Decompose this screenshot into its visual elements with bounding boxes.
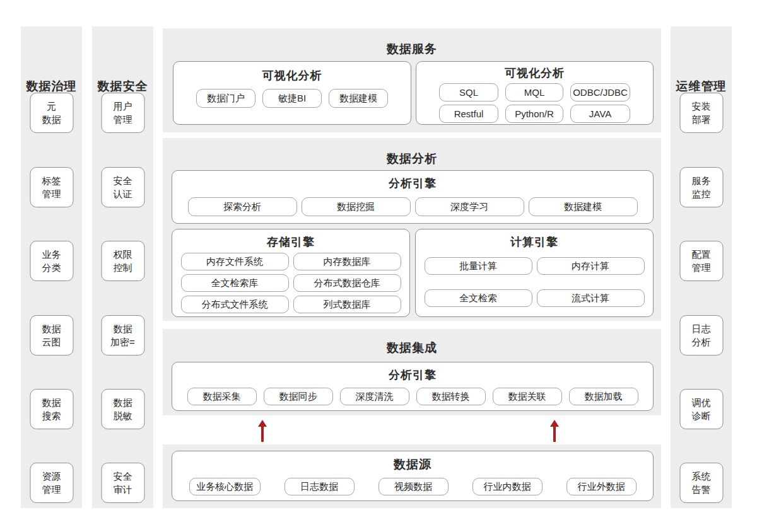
services-visual-box: 可视化分析 数据门户 敏捷BI 数据建模 [173, 61, 411, 125]
architecture-diagram: 数据治理 元 数据 标签 管理 业务 分类 数据 云图 数据 搜索 资源 管理 … [0, 0, 757, 532]
source-box-title: 数据源 [172, 451, 653, 473]
storage-chip: 分布式数据仓库 [293, 274, 401, 292]
service-chip: MQL [505, 83, 563, 101]
source-chip: 日志数据 [285, 478, 355, 495]
service-chip: Restful [439, 105, 498, 123]
compute-engine-box: 计算引擎 批量计算 内存计算 全文检索 流式计算 [415, 229, 654, 317]
integration-chip: 深度清洗 [340, 388, 409, 405]
storage-chip: 内存数据库 [293, 253, 401, 270]
governance-item: 业务 分类 [30, 241, 73, 281]
integration-section: 数据集成 分析引擎 数据采集 数据同步 深度清洗 数据转换 数据关联 数据加载 [163, 329, 661, 415]
source-chip: 行业外数据 [566, 478, 637, 495]
source-section: 数据源 业务核心数据 日志数据 视频数据 行业内数据 行业外数据 [163, 444, 661, 508]
integration-chip: 数据转换 [416, 388, 486, 405]
governance-item: 标签 管理 [30, 167, 73, 207]
integration-chip: 数据采集 [187, 388, 257, 405]
ops-item: 调优 诊断 [679, 389, 723, 429]
ops-column: 运维管理 安装 部署 服务 监控 配置 管理 日志 分析 调优 诊断 系统 告警 [671, 26, 732, 508]
services-section-title: 数据服务 [163, 28, 661, 57]
analysis-chip: 数据建模 [529, 197, 638, 216]
ops-item: 系统 告警 [679, 463, 723, 503]
governance-item: 数据 云图 [30, 315, 73, 356]
storage-chip: 分布式文件系统 [181, 296, 289, 313]
integration-engine-box: 分析引擎 数据采集 数据同步 深度清洗 数据转换 数据关联 数据加载 [172, 362, 654, 411]
integration-chip: 数据同步 [264, 388, 333, 405]
compute-chip: 内存计算 [537, 257, 645, 275]
compute-chip: 批量计算 [425, 257, 532, 275]
security-item: 安全 认证 [101, 167, 144, 207]
source-chip: 行业内数据 [472, 478, 543, 495]
storage-chip: 全文检索库 [181, 274, 289, 292]
storage-chip: 列式数据库 [293, 296, 401, 313]
governance-column: 数据治理 元 数据 标签 管理 业务 分类 数据 云图 数据 搜索 资源 管理 [21, 26, 82, 508]
storage-chip: 内存文件系统 [181, 253, 289, 270]
up-arrow-icon [550, 420, 559, 442]
integration-engine-title: 分析引擎 [172, 362, 653, 383]
governance-item: 资源 管理 [30, 463, 73, 503]
storage-engine-title: 存储引擎 [172, 229, 409, 250]
ops-item: 配置 管理 [679, 241, 723, 281]
services-section: 数据服务 可视化分析 数据门户 敏捷BI 数据建模 可视化分析 SQL MQL … [163, 28, 661, 132]
security-item: 安全 审计 [101, 463, 144, 503]
ops-item: 服务 监控 [679, 167, 723, 207]
governance-item: 数据 搜索 [30, 389, 73, 429]
security-item: 权限 控制 [101, 241, 144, 281]
service-chip: Python/R [505, 105, 563, 123]
source-box: 数据源 业务核心数据 日志数据 视频数据 行业内数据 行业外数据 [172, 451, 654, 501]
analysis-engine-box: 分析引擎 探索分析 数据挖掘 深度学习 数据建模 [172, 170, 654, 224]
security-item: 数据 加密= [101, 315, 144, 356]
analysis-section-title: 数据分析 [163, 138, 661, 167]
up-arrow-icon [258, 420, 267, 442]
security-item: 用户 管理 [101, 93, 144, 133]
ops-item: 安装 部署 [679, 93, 723, 133]
service-chip: JAVA [570, 105, 630, 123]
source-chip: 视频数据 [378, 478, 449, 495]
service-chip: 数据门户 [196, 89, 255, 108]
service-chip: 数据建模 [329, 89, 388, 108]
services-access-box-title: 可视化分析 [416, 62, 653, 81]
analysis-chip: 深度学习 [415, 197, 524, 216]
source-chip: 业务核心数据 [189, 478, 261, 495]
analysis-chip: 探索分析 [188, 197, 297, 216]
analysis-section: 数据分析 分析引擎 探索分析 数据挖掘 深度学习 数据建模 存储引擎 内存文件系… [163, 138, 661, 321]
ops-item: 日志 分析 [679, 315, 723, 356]
service-chip: ODBC/JDBC [570, 83, 630, 101]
compute-chip: 全文检索 [425, 289, 532, 307]
compute-chip: 流式计算 [537, 289, 645, 307]
integration-section-title: 数据集成 [163, 329, 661, 356]
integration-chip: 数据加载 [569, 388, 638, 405]
governance-item: 元 数据 [30, 93, 73, 133]
service-chip: 敏捷BI [262, 89, 322, 108]
analysis-chip: 数据挖掘 [302, 197, 411, 216]
storage-engine-box: 存储引擎 内存文件系统 内存数据库 全文检索库 分布式数据仓库 分布式文件系统 … [172, 229, 410, 317]
services-visual-box-title: 可视化分析 [173, 62, 411, 83]
security-item: 数据 脱敏 [101, 389, 144, 429]
security-column: 数据安全 用户 管理 安全 认证 权限 控制 数据 加密= 数据 脱敏 安全 审… [92, 26, 153, 508]
service-chip: SQL [439, 83, 498, 101]
compute-engine-title: 计算引擎 [416, 229, 653, 250]
analysis-engine-title: 分析引擎 [172, 171, 653, 191]
services-access-box: 可视化分析 SQL MQL ODBC/JDBC Restful Python/R… [416, 61, 654, 125]
integration-chip: 数据关联 [493, 388, 562, 405]
